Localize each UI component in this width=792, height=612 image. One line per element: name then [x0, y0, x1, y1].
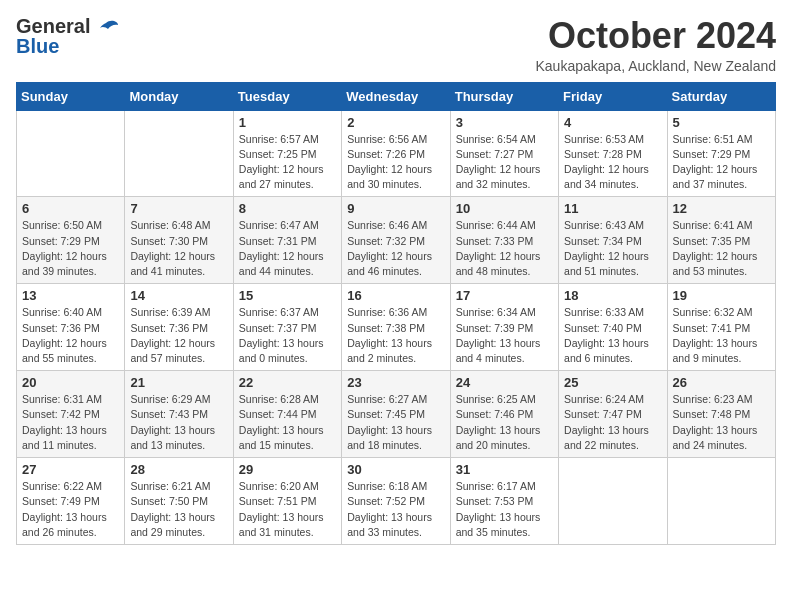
calendar-cell: 25Sunrise: 6:24 AM Sunset: 7:47 PM Dayli… [559, 371, 667, 458]
calendar-cell: 2Sunrise: 6:56 AM Sunset: 7:26 PM Daylig… [342, 110, 450, 197]
day-number: 27 [22, 462, 119, 477]
calendar-cell: 10Sunrise: 6:44 AM Sunset: 7:33 PM Dayli… [450, 197, 558, 284]
day-number: 8 [239, 201, 336, 216]
calendar-cell: 3Sunrise: 6:54 AM Sunset: 7:27 PM Daylig… [450, 110, 558, 197]
weekday-header: Tuesday [233, 82, 341, 110]
calendar-cell: 16Sunrise: 6:36 AM Sunset: 7:38 PM Dayli… [342, 284, 450, 371]
day-number: 4 [564, 115, 661, 130]
day-info: Sunrise: 6:18 AM Sunset: 7:52 PM Dayligh… [347, 479, 444, 540]
day-number: 7 [130, 201, 227, 216]
calendar-cell: 27Sunrise: 6:22 AM Sunset: 7:49 PM Dayli… [17, 458, 125, 545]
day-info: Sunrise: 6:33 AM Sunset: 7:40 PM Dayligh… [564, 305, 661, 366]
day-number: 21 [130, 375, 227, 390]
day-number: 20 [22, 375, 119, 390]
day-number: 5 [673, 115, 770, 130]
day-info: Sunrise: 6:31 AM Sunset: 7:42 PM Dayligh… [22, 392, 119, 453]
day-number: 30 [347, 462, 444, 477]
day-info: Sunrise: 6:21 AM Sunset: 7:50 PM Dayligh… [130, 479, 227, 540]
day-info: Sunrise: 6:37 AM Sunset: 7:37 PM Dayligh… [239, 305, 336, 366]
day-info: Sunrise: 6:48 AM Sunset: 7:30 PM Dayligh… [130, 218, 227, 279]
day-info: Sunrise: 6:32 AM Sunset: 7:41 PM Dayligh… [673, 305, 770, 366]
calendar-cell: 30Sunrise: 6:18 AM Sunset: 7:52 PM Dayli… [342, 458, 450, 545]
day-info: Sunrise: 6:41 AM Sunset: 7:35 PM Dayligh… [673, 218, 770, 279]
month-title: October 2024 [536, 16, 777, 56]
logo-bird-icon [92, 17, 120, 45]
day-info: Sunrise: 6:39 AM Sunset: 7:36 PM Dayligh… [130, 305, 227, 366]
calendar-cell: 26Sunrise: 6:23 AM Sunset: 7:48 PM Dayli… [667, 371, 775, 458]
day-number: 10 [456, 201, 553, 216]
logo-general: General [16, 16, 90, 36]
calendar-cell: 28Sunrise: 6:21 AM Sunset: 7:50 PM Dayli… [125, 458, 233, 545]
day-number: 14 [130, 288, 227, 303]
calendar-cell [667, 458, 775, 545]
calendar-cell: 19Sunrise: 6:32 AM Sunset: 7:41 PM Dayli… [667, 284, 775, 371]
day-info: Sunrise: 6:50 AM Sunset: 7:29 PM Dayligh… [22, 218, 119, 279]
day-number: 13 [22, 288, 119, 303]
calendar-cell [559, 458, 667, 545]
calendar-cell: 21Sunrise: 6:29 AM Sunset: 7:43 PM Dayli… [125, 371, 233, 458]
day-info: Sunrise: 6:47 AM Sunset: 7:31 PM Dayligh… [239, 218, 336, 279]
day-info: Sunrise: 6:51 AM Sunset: 7:29 PM Dayligh… [673, 132, 770, 193]
location-subtitle: Kaukapakapa, Auckland, New Zealand [536, 58, 777, 74]
calendar-cell: 8Sunrise: 6:47 AM Sunset: 7:31 PM Daylig… [233, 197, 341, 284]
day-number: 1 [239, 115, 336, 130]
day-number: 29 [239, 462, 336, 477]
calendar-cell: 13Sunrise: 6:40 AM Sunset: 7:36 PM Dayli… [17, 284, 125, 371]
calendar-cell: 1Sunrise: 6:57 AM Sunset: 7:25 PM Daylig… [233, 110, 341, 197]
day-info: Sunrise: 6:40 AM Sunset: 7:36 PM Dayligh… [22, 305, 119, 366]
day-number: 28 [130, 462, 227, 477]
calendar-cell [125, 110, 233, 197]
day-number: 18 [564, 288, 661, 303]
day-number: 11 [564, 201, 661, 216]
calendar-cell: 22Sunrise: 6:28 AM Sunset: 7:44 PM Dayli… [233, 371, 341, 458]
calendar-cell: 11Sunrise: 6:43 AM Sunset: 7:34 PM Dayli… [559, 197, 667, 284]
day-info: Sunrise: 6:46 AM Sunset: 7:32 PM Dayligh… [347, 218, 444, 279]
calendar-cell: 17Sunrise: 6:34 AM Sunset: 7:39 PM Dayli… [450, 284, 558, 371]
logo: General Blue [16, 16, 120, 56]
day-number: 12 [673, 201, 770, 216]
day-info: Sunrise: 6:28 AM Sunset: 7:44 PM Dayligh… [239, 392, 336, 453]
day-number: 22 [239, 375, 336, 390]
calendar-cell: 6Sunrise: 6:50 AM Sunset: 7:29 PM Daylig… [17, 197, 125, 284]
day-info: Sunrise: 6:24 AM Sunset: 7:47 PM Dayligh… [564, 392, 661, 453]
day-number: 25 [564, 375, 661, 390]
day-info: Sunrise: 6:29 AM Sunset: 7:43 PM Dayligh… [130, 392, 227, 453]
weekday-header: Wednesday [342, 82, 450, 110]
calendar-cell: 23Sunrise: 6:27 AM Sunset: 7:45 PM Dayli… [342, 371, 450, 458]
day-info: Sunrise: 6:22 AM Sunset: 7:49 PM Dayligh… [22, 479, 119, 540]
calendar-cell: 14Sunrise: 6:39 AM Sunset: 7:36 PM Dayli… [125, 284, 233, 371]
calendar-cell: 20Sunrise: 6:31 AM Sunset: 7:42 PM Dayli… [17, 371, 125, 458]
day-number: 6 [22, 201, 119, 216]
day-number: 31 [456, 462, 553, 477]
day-info: Sunrise: 6:20 AM Sunset: 7:51 PM Dayligh… [239, 479, 336, 540]
day-info: Sunrise: 6:34 AM Sunset: 7:39 PM Dayligh… [456, 305, 553, 366]
day-number: 19 [673, 288, 770, 303]
calendar-cell: 5Sunrise: 6:51 AM Sunset: 7:29 PM Daylig… [667, 110, 775, 197]
calendar-cell: 29Sunrise: 6:20 AM Sunset: 7:51 PM Dayli… [233, 458, 341, 545]
day-info: Sunrise: 6:27 AM Sunset: 7:45 PM Dayligh… [347, 392, 444, 453]
calendar-cell: 31Sunrise: 6:17 AM Sunset: 7:53 PM Dayli… [450, 458, 558, 545]
calendar-cell: 24Sunrise: 6:25 AM Sunset: 7:46 PM Dayli… [450, 371, 558, 458]
calendar-cell: 4Sunrise: 6:53 AM Sunset: 7:28 PM Daylig… [559, 110, 667, 197]
day-number: 3 [456, 115, 553, 130]
day-info: Sunrise: 6:17 AM Sunset: 7:53 PM Dayligh… [456, 479, 553, 540]
logo-blue: Blue [16, 36, 90, 56]
weekday-header: Thursday [450, 82, 558, 110]
weekday-header: Friday [559, 82, 667, 110]
calendar-cell: 9Sunrise: 6:46 AM Sunset: 7:32 PM Daylig… [342, 197, 450, 284]
day-number: 23 [347, 375, 444, 390]
day-info: Sunrise: 6:25 AM Sunset: 7:46 PM Dayligh… [456, 392, 553, 453]
day-info: Sunrise: 6:23 AM Sunset: 7:48 PM Dayligh… [673, 392, 770, 453]
calendar-cell: 12Sunrise: 6:41 AM Sunset: 7:35 PM Dayli… [667, 197, 775, 284]
day-info: Sunrise: 6:56 AM Sunset: 7:26 PM Dayligh… [347, 132, 444, 193]
day-number: 15 [239, 288, 336, 303]
day-number: 16 [347, 288, 444, 303]
calendar-cell: 15Sunrise: 6:37 AM Sunset: 7:37 PM Dayli… [233, 284, 341, 371]
weekday-header: Saturday [667, 82, 775, 110]
calendar-cell: 7Sunrise: 6:48 AM Sunset: 7:30 PM Daylig… [125, 197, 233, 284]
calendar-cell: 18Sunrise: 6:33 AM Sunset: 7:40 PM Dayli… [559, 284, 667, 371]
day-number: 9 [347, 201, 444, 216]
day-number: 26 [673, 375, 770, 390]
day-info: Sunrise: 6:44 AM Sunset: 7:33 PM Dayligh… [456, 218, 553, 279]
title-section: October 2024 Kaukapakapa, Auckland, New … [536, 16, 777, 74]
